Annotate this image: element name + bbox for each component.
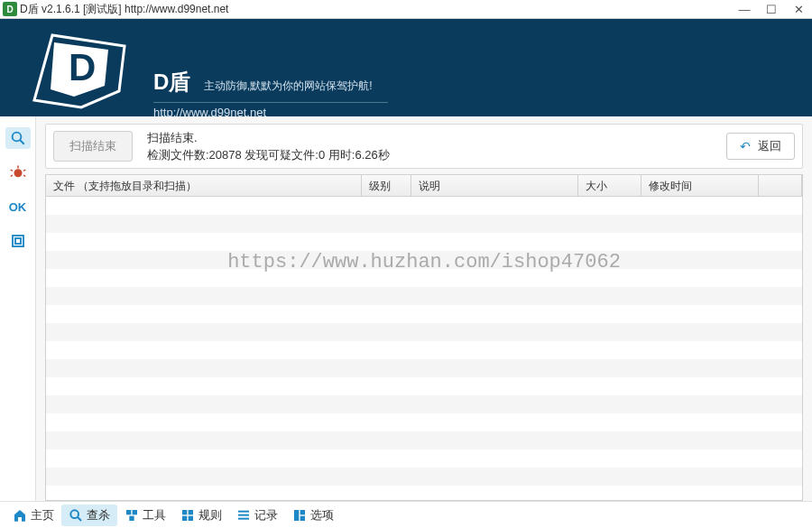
logo-icon: D: [18, 26, 135, 109]
svg-rect-15: [126, 510, 131, 514]
tab-tool[interactable]: 工具: [117, 505, 173, 526]
svg-rect-23: [238, 514, 249, 515]
tab-options[interactable]: 选项: [285, 505, 341, 526]
sidebar-ok-icon[interactable]: OK: [5, 196, 31, 218]
product-slogan: 主动防御,默默为你的网站保驾护航!: [204, 79, 373, 92]
scan-status: 扫描结束. 检测文件数:20878 发现可疑文件:0 用时:6.26秒: [147, 129, 390, 164]
tab-search[interactable]: 查杀: [61, 505, 117, 526]
svg-rect-20: [182, 515, 187, 520]
tab-home[interactable]: 主页: [5, 505, 61, 526]
main-panel: 扫描结束 扫描结束. 检测文件数:20878 发现可疑文件:0 用时:6.26秒…: [36, 116, 812, 501]
svg-rect-24: [238, 517, 249, 519]
tool-icon: [125, 508, 139, 523]
svg-rect-19: [189, 510, 193, 514]
close-button[interactable]: ✕: [785, 0, 812, 18]
sidebar-search-icon[interactable]: [5, 127, 31, 149]
svg-rect-25: [294, 510, 299, 521]
undo-icon: ↶: [740, 139, 751, 153]
back-label: 返回: [758, 138, 781, 154]
sidebar-square-icon[interactable]: [5, 230, 31, 252]
product-name: D盾: [153, 68, 190, 97]
svg-point-3: [12, 133, 21, 142]
svg-rect-16: [133, 510, 137, 514]
bottom-tabbar: 主页查杀工具规则记录选项: [0, 501, 812, 528]
svg-rect-22: [238, 510, 249, 512]
status-line1: 扫描结束.: [147, 129, 390, 147]
maximize-button[interactable]: ☐: [758, 0, 785, 18]
tab-label: 选项: [310, 507, 334, 523]
svg-rect-26: [300, 510, 305, 514]
left-sidebar: OK: [0, 116, 36, 501]
product-info: D盾 主动防御,默默为你的网站保驾护航! http://www.d99net.n…: [153, 68, 388, 116]
titlebar: D D盾 v2.1.6.1 [测试版] http://www.d99net.ne…: [0, 0, 812, 19]
minimize-button[interactable]: —: [731, 0, 758, 18]
tab-label: 工具: [143, 507, 166, 523]
svg-rect-17: [129, 515, 134, 520]
column-header[interactable]: 说明: [411, 175, 578, 196]
column-header-spacer: [759, 175, 802, 196]
svg-rect-27: [300, 515, 305, 520]
svg-point-5: [14, 169, 22, 177]
home-icon: [13, 508, 27, 523]
app-icon: D: [3, 2, 17, 16]
tab-list[interactable]: 记录: [229, 505, 285, 526]
search-icon: [69, 508, 83, 523]
svg-line-14: [78, 517, 81, 521]
scan-finished-button[interactable]: 扫描结束: [53, 131, 133, 162]
back-button[interactable]: ↶ 返回: [726, 133, 795, 160]
watermark-text: https://www.huzhan.com/ishop47062: [227, 251, 621, 273]
banner: D D盾 主动防御,默默为你的网站保驾护航! http://www.d99net…: [0, 19, 812, 116]
grid-icon: [180, 508, 195, 523]
tab-label: 主页: [31, 507, 54, 523]
svg-rect-21: [189, 515, 193, 520]
list-icon: [236, 508, 251, 523]
svg-rect-12: [15, 238, 21, 244]
toolbar: 扫描结束 扫描结束. 检测文件数:20878 发现可疑文件:0 用时:6.26秒…: [45, 124, 803, 169]
column-header[interactable]: 文件 （支持拖放目录和扫描）: [46, 175, 362, 196]
svg-rect-18: [182, 510, 187, 514]
svg-point-13: [70, 510, 78, 518]
svg-line-4: [20, 140, 24, 144]
tab-label: 记录: [254, 507, 278, 523]
svg-line-10: [23, 175, 25, 177]
svg-rect-11: [13, 236, 23, 246]
table-body: https://www.huzhan.com/ishop47062: [46, 197, 802, 500]
window-title: D盾 v2.1.6.1 [测试版] http://www.d99net.net: [20, 2, 731, 17]
column-header[interactable]: 级别: [362, 175, 411, 196]
column-header[interactable]: 修改时间: [641, 175, 759, 196]
status-line2: 检测文件数:20878 发现可疑文件:0 用时:6.26秒: [147, 146, 390, 164]
product-url: http://www.d99net.net: [153, 102, 388, 116]
svg-line-8: [23, 170, 25, 171]
options-icon: [292, 508, 307, 523]
tab-label: 规则: [198, 507, 222, 523]
tab-grid[interactable]: 规则: [173, 505, 229, 526]
table-header: 文件 （支持拖放目录和扫描）级别说明大小修改时间: [46, 175, 802, 197]
tab-label: 查杀: [87, 507, 110, 523]
column-header[interactable]: 大小: [578, 175, 641, 196]
svg-line-9: [10, 175, 12, 177]
results-table: 文件 （支持拖放目录和扫描）级别说明大小修改时间 https://www.huz…: [45, 174, 803, 501]
svg-text:D: D: [69, 46, 96, 88]
sidebar-bug-icon[interactable]: [5, 162, 31, 183]
svg-line-7: [10, 170, 12, 171]
